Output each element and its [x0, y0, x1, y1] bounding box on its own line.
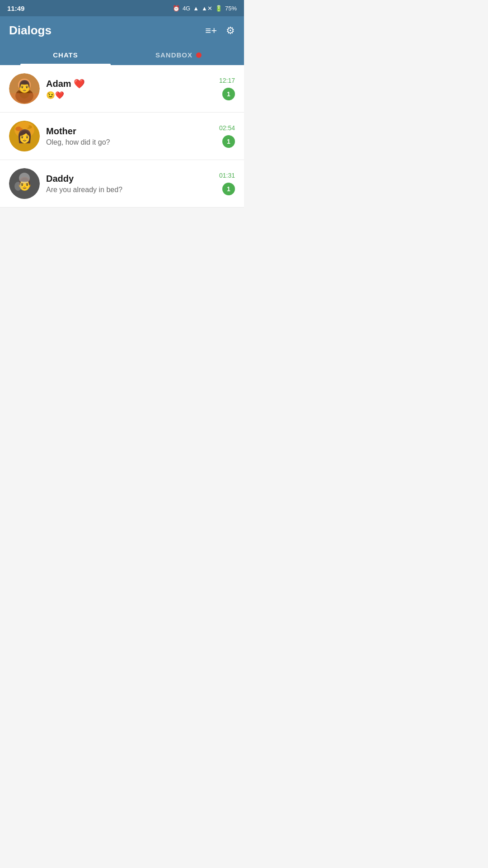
- status-bar: 11:49 ⏰ 4G ▲ ▲✕ 🔋 75%: [0, 0, 244, 16]
- chat-list: 👨 Adam ❤️ 😉❤️ 12:17 1: [0, 65, 244, 208]
- signal-x-icon: ▲✕: [202, 5, 212, 12]
- tabs-bar: CHATS SANDBOX: [9, 45, 235, 65]
- add-dialog-button[interactable]: ≡+: [205, 25, 217, 37]
- chat-name-daddy: Daddy: [46, 174, 214, 184]
- sandbox-notification-dot: [196, 52, 202, 58]
- chat-time-adam: 12:17: [219, 77, 235, 84]
- chat-meta-mother: 02:54 1: [219, 124, 235, 148]
- status-time: 11:49: [7, 5, 24, 12]
- battery-percent: 75%: [225, 5, 237, 12]
- chat-name-adam: Adam ❤️: [46, 78, 214, 89]
- svg-point-20: [19, 173, 30, 184]
- page-title: Dialogs: [9, 24, 52, 38]
- battery-icon: 🔋: [215, 5, 222, 12]
- svg-rect-6: [9, 93, 40, 104]
- chat-time-daddy: 01:31: [219, 172, 235, 179]
- chat-preview-mother: Oleg, how did it go?: [46, 138, 214, 146]
- chat-item-daddy[interactable]: 👨 Daddy Are you already in bed? 01:31 1: [0, 160, 244, 208]
- svg-point-21: [14, 182, 22, 191]
- chat-content-adam: Adam ❤️ 😉❤️: [46, 78, 214, 99]
- chat-content-mother: Mother Oleg, how did it go?: [46, 126, 214, 146]
- unread-badge-mother: 1: [222, 135, 235, 148]
- network-label: 4G: [183, 5, 190, 12]
- avatar-adam: 👨: [9, 73, 40, 104]
- status-icons: ⏰ 4G ▲ ▲✕ 🔋 75%: [173, 5, 237, 12]
- settings-button[interactable]: ⚙: [226, 25, 235, 37]
- chat-content-daddy: Daddy Are you already in bed?: [46, 174, 214, 194]
- chat-preview-adam: 😉❤️: [46, 91, 214, 99]
- chat-name-mother: Mother: [46, 126, 214, 137]
- unread-badge-daddy: 1: [222, 183, 235, 195]
- avatar-daddy: 👨: [9, 168, 40, 199]
- signal-icon: ▲: [193, 5, 199, 12]
- chat-item-adam[interactable]: 👨 Adam ❤️ 😉❤️ 12:17 1: [0, 65, 244, 113]
- header-actions: ≡+ ⚙: [205, 25, 235, 37]
- chat-meta-adam: 12:17 1: [219, 77, 235, 100]
- alarm-icon: ⏰: [173, 5, 180, 12]
- tab-sandbox[interactable]: SANDBOX: [122, 45, 235, 65]
- header: Dialogs ≡+ ⚙ CHATS SANDBOX: [0, 16, 244, 65]
- avatar-mother: 👩: [9, 121, 40, 151]
- unread-badge-adam: 1: [222, 88, 235, 100]
- chat-item-mother[interactable]: 👩 Mother Oleg, how did it go? 02:54 1: [0, 113, 244, 160]
- svg-point-15: [20, 123, 29, 129]
- chat-meta-daddy: 01:31 1: [219, 172, 235, 195]
- tab-chats[interactable]: CHATS: [9, 45, 122, 65]
- chat-time-mother: 02:54: [219, 124, 235, 132]
- header-top: Dialogs ≡+ ⚙: [9, 24, 235, 45]
- chat-preview-daddy: Are you already in bed?: [46, 186, 214, 194]
- svg-text:👨: 👨: [17, 79, 32, 94]
